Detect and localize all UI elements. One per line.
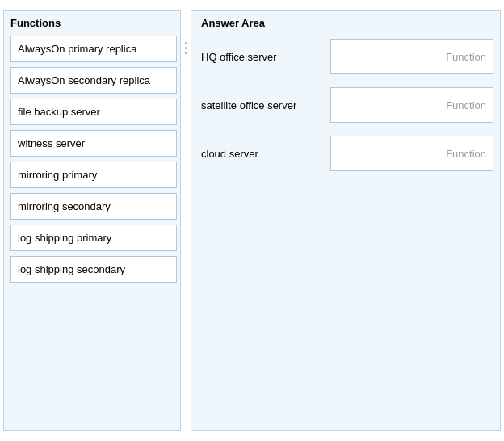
answer-panel: Answer Area HQ office serverFunctionsate… [191, 10, 501, 431]
function-item-mirroring-secondary[interactable]: mirroring secondary [10, 193, 177, 220]
function-item-log-shipping-primary[interactable]: log shipping primary [10, 225, 177, 251]
answer-row-cloud: cloud serverFunction [201, 136, 494, 171]
function-item-witness[interactable]: witness server [10, 130, 177, 157]
answer-rows: HQ office serverFunctionsatellite office… [201, 39, 494, 171]
answer-label-satellite-office: satellite office server [201, 99, 330, 111]
divider-dots [185, 42, 187, 54]
dot-3 [185, 52, 187, 54]
answer-box-satellite-office[interactable]: Function [330, 87, 494, 123]
function-item-file-backup[interactable]: file backup server [10, 99, 177, 125]
function-item-log-shipping-secondary[interactable]: log shipping secondary [10, 256, 177, 283]
function-item-mirroring-primary[interactable]: mirroring primary [10, 162, 177, 188]
divider [181, 6, 191, 435]
functions-panel: Functions AlwaysOn primary replicaAlways… [3, 10, 181, 431]
main-container: Functions AlwaysOn primary replicaAlways… [0, 0, 504, 441]
dot-1 [185, 42, 187, 44]
answer-box-cloud[interactable]: Function [330, 136, 494, 171]
answer-row-hq-office: HQ office serverFunction [201, 39, 494, 74]
answer-row-satellite-office: satellite office serverFunction [201, 87, 494, 123]
answer-title: Answer Area [201, 17, 494, 29]
functions-list: AlwaysOn primary replicaAlwaysOn seconda… [10, 36, 177, 283]
answer-box-hq-office[interactable]: Function [330, 39, 494, 74]
function-item-alwayson-primary[interactable]: AlwaysOn primary replica [10, 36, 177, 62]
function-item-alwayson-secondary[interactable]: AlwaysOn secondary replica [10, 67, 177, 94]
answer-label-hq-office: HQ office server [201, 51, 330, 63]
dot-2 [185, 47, 187, 49]
functions-title: Functions [10, 17, 177, 29]
answer-label-cloud: cloud server [201, 148, 330, 160]
